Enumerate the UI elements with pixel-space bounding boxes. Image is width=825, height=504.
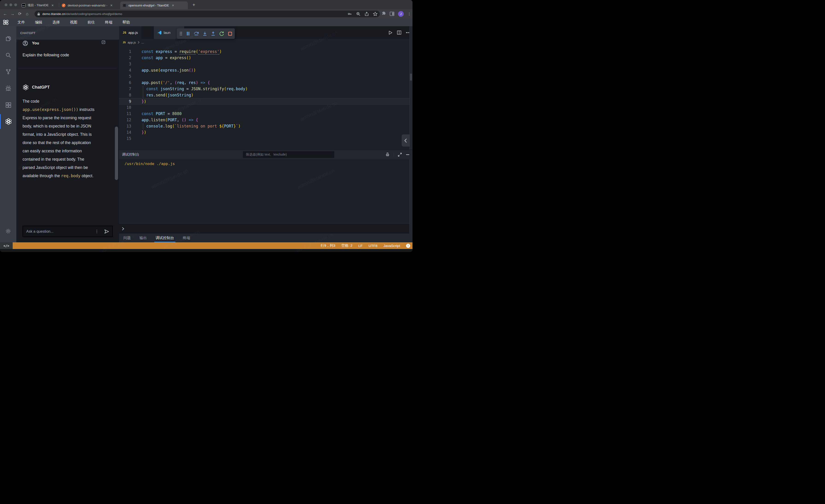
tab-close-icon[interactable]: ✕ — [172, 4, 174, 7]
send-icon[interactable] — [104, 229, 109, 234]
clear-console-icon[interactable] — [385, 152, 390, 157]
back-icon[interactable]: ← — [1, 11, 9, 16]
code-line[interactable]: 3 — [119, 61, 409, 67]
status-indent[interactable]: 空格: 2 — [342, 243, 353, 248]
tab-close-icon[interactable]: ✕ — [51, 4, 54, 7]
reload-icon[interactable]: ⟳ — [16, 11, 23, 16]
browser-tab-postman[interactable]: devtool-postman-walvamdz - ✕ — [59, 1, 120, 9]
extensions-puzzle-icon[interactable] — [381, 11, 386, 16]
line-number[interactable]: 5 — [119, 73, 131, 80]
line-number[interactable]: 12 — [119, 117, 131, 123]
line-number[interactable]: 8 — [119, 92, 131, 98]
line-number[interactable]: 14 — [119, 129, 131, 136]
menu-go[interactable]: 前往 — [82, 20, 100, 25]
code-line[interactable]: 13 console.log(`listening on port ${PORT… — [119, 123, 409, 129]
editor-scrollbar-thumb[interactable] — [410, 74, 412, 81]
line-number[interactable]: 1 — [119, 49, 131, 55]
debug-icon[interactable] — [0, 81, 16, 96]
side-panel-icon[interactable] — [390, 12, 394, 16]
step-out-icon[interactable] — [211, 31, 215, 36]
code-line[interactable]: 1const express = require('express') — [119, 49, 409, 55]
line-number[interactable]: 13 — [119, 123, 131, 129]
status-line-col[interactable]: 行9，列3 — [321, 243, 335, 248]
breadcrumb[interactable]: JS app.js ... — [119, 39, 412, 46]
window-zoom-button[interactable] — [14, 3, 17, 6]
line-number[interactable]: 3 — [119, 61, 131, 67]
status-language[interactable]: JavaScript — [383, 244, 400, 248]
step-over-icon[interactable] — [194, 31, 199, 36]
menu-view[interactable]: 视图 — [65, 20, 82, 25]
notification-warning-icon[interactable]: ! — [406, 244, 410, 248]
line-number[interactable]: 10 — [119, 104, 131, 111]
share-icon[interactable] — [365, 12, 369, 16]
code-line[interactable]: 4app.use(express.json()) — [119, 67, 409, 73]
console-filter-input[interactable]: 筛选器(例如 text、!exclude) — [243, 151, 334, 158]
panel-tab-problems[interactable]: 问题 — [123, 234, 131, 242]
code-line[interactable]: 9}) — [119, 98, 409, 104]
line-number[interactable]: 2 — [119, 55, 131, 61]
browser-tab-project[interactable]: <t> 项目 - TitanIDE ✕ — [19, 1, 58, 9]
stop-icon[interactable] — [228, 32, 232, 36]
window-minimize-button[interactable] — [9, 3, 12, 6]
password-key-icon[interactable] — [348, 12, 352, 16]
line-number[interactable]: 6 — [119, 80, 131, 86]
browser-tab-opensumi[interactable]: opensumi-xhxqfgvl - TitanIDE ✕ — [120, 1, 188, 9]
line-number[interactable]: 15 — [119, 136, 131, 142]
source-control-icon[interactable] — [0, 64, 16, 79]
code-editor[interactable]: 1const express = require('express')2cons… — [119, 46, 409, 150]
chatgpt-icon[interactable] — [0, 114, 16, 129]
menu-selection[interactable]: 选择 — [48, 20, 65, 25]
code-line[interactable]: 15 — [119, 136, 409, 142]
editor-tab-appjs[interactable]: JS app.js — [119, 26, 142, 39]
collapse-panel-icon[interactable] — [406, 154, 409, 155]
code-server-icon[interactable]: </> — [0, 242, 13, 249]
code-line[interactable]: 11const PORT = 8080 — [119, 111, 409, 117]
home-icon[interactable]: ⌂ — [23, 11, 31, 16]
profile-avatar[interactable]: J — [398, 11, 404, 17]
status-eol[interactable]: LF — [358, 244, 363, 248]
split-editor-icon[interactable] — [397, 30, 401, 34]
expand-right-panel-button[interactable] — [402, 135, 409, 147]
maximize-panel-icon[interactable] — [398, 153, 402, 157]
line-number[interactable]: 9 — [119, 98, 131, 105]
menu-terminal[interactable]: 终端 — [100, 20, 118, 25]
code-line[interactable]: 8 res.send(jsonString) — [119, 92, 409, 98]
code-line[interactable]: 6app.post('/', (req, res) => { — [119, 80, 409, 86]
browser-menu-kebab-icon[interactable]: ⋮ — [407, 12, 411, 16]
status-encoding[interactable]: UTF8 — [369, 244, 378, 248]
search-icon[interactable] — [0, 48, 16, 63]
console-repl-input[interactable] — [119, 224, 409, 234]
bookmark-star-icon[interactable] — [373, 12, 378, 16]
new-tab-button[interactable]: + — [193, 2, 195, 8]
explorer-files-icon[interactable] — [0, 31, 16, 46]
line-number[interactable]: 11 — [119, 111, 131, 117]
menu-help[interactable]: 帮助 — [118, 20, 135, 25]
line-number[interactable]: 7 — [119, 86, 131, 92]
forward-icon[interactable]: → — [9, 11, 16, 16]
menu-file[interactable]: 文件 — [12, 20, 30, 25]
code-line[interactable]: 10 — [119, 104, 409, 111]
ask-question-input[interactable]: Ask a question... ⋮ — [22, 226, 113, 237]
insert-edit-icon[interactable] — [102, 40, 105, 44]
code-line[interactable]: 7 const jsonString = JSON.stringify(req.… — [119, 86, 409, 92]
step-into-icon[interactable] — [203, 31, 207, 36]
panel-tab-terminal[interactable]: 终端 — [183, 234, 190, 242]
code-line[interactable]: 14}) — [119, 129, 409, 136]
run-icon[interactable] — [388, 30, 392, 35]
restart-icon[interactable] — [219, 31, 224, 36]
breadcrumb-file[interactable]: app.js — [128, 41, 136, 44]
settings-gear-icon[interactable] — [0, 224, 16, 238]
line-number[interactable]: 4 — [119, 67, 131, 73]
window-close-button[interactable] — [5, 3, 7, 6]
menu-edit[interactable]: 编辑 — [30, 20, 48, 25]
breadcrumb-more[interactable]: ... — [141, 41, 144, 44]
panel-tab-output[interactable]: 输出 — [140, 234, 147, 242]
pause-icon[interactable] — [186, 31, 190, 36]
tab-close-icon[interactable]: ✕ — [110, 4, 113, 7]
code-line[interactable]: 5 — [119, 73, 409, 80]
zoom-icon[interactable] — [356, 12, 361, 16]
drag-grip-icon[interactable] — [179, 31, 182, 36]
address-bar[interactable]: demo.titanide.cn/ide/web/coding/opensumi… — [34, 11, 380, 17]
chat-scrollbar[interactable] — [115, 127, 118, 180]
panel-tab-debug-console[interactable]: 调试控制台 — [156, 234, 174, 242]
